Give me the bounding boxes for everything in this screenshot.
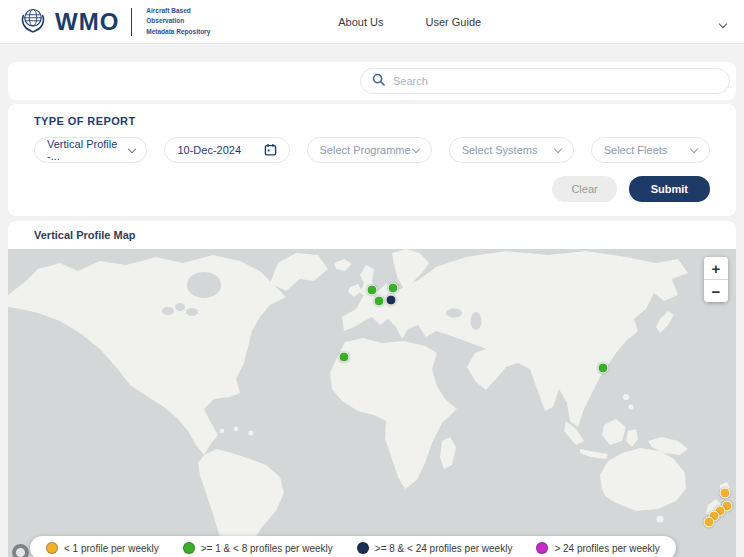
wmo-brand[interactable]: WMO Aircraft Based Observation Metadata … <box>18 5 210 39</box>
chevron-down-icon <box>553 144 561 152</box>
report-type-value: Vertical Profile -... <box>47 138 129 162</box>
filters-row: Vertical Profile -... 10-Dec-2024 Select… <box>34 137 710 163</box>
map-attribution-icon[interactable] <box>12 544 29 557</box>
map-legend: < 1 profile per weekly >= 1 & < 8 profil… <box>30 536 676 557</box>
clear-button[interactable]: Clear <box>552 176 616 202</box>
legend-item-lt1: < 1 profile per weekly <box>46 542 159 554</box>
legend-label: >= 1 & < 8 profiles per weekly <box>201 543 333 554</box>
chevron-down-icon <box>411 144 419 152</box>
zoom-in-button[interactable]: + <box>704 257 728 279</box>
brand-subtitle-line2: Observation <box>146 16 210 26</box>
programme-placeholder: Select Programme <box>320 144 411 156</box>
legend-dot-magenta <box>536 542 548 554</box>
programme-dropdown[interactable]: Select Programme <box>307 137 432 163</box>
map-markers-layer <box>8 249 736 557</box>
fleets-placeholder: Select Fleets <box>604 144 668 156</box>
filter-actions: Clear Submit <box>34 176 710 202</box>
main-nav: About Us User Guide <box>338 16 481 28</box>
header-chevron-down-icon[interactable] <box>720 13 726 31</box>
map-marker[interactable] <box>720 488 731 499</box>
fleets-dropdown[interactable]: Select Fleets <box>591 137 710 163</box>
brand-subtitle-line3: Metadata Repository <box>146 27 210 37</box>
brand-acronym: WMO <box>55 8 119 36</box>
app-header: WMO Aircraft Based Observation Metadata … <box>0 0 744 44</box>
systems-dropdown[interactable]: Select Systems <box>449 137 574 163</box>
date-value: 10-Dec-2024 <box>177 144 241 156</box>
search-input[interactable] <box>393 75 718 87</box>
brand-subtitle: Aircraft Based Observation Metadata Repo… <box>146 6 210 36</box>
wmo-emblem-icon <box>18 5 48 39</box>
map-marker[interactable] <box>704 517 715 528</box>
map-marker[interactable] <box>339 352 350 363</box>
legend-dot-navy <box>357 542 369 554</box>
systems-placeholder: Select Systems <box>462 144 538 156</box>
legend-dot-yellow <box>46 542 58 554</box>
search-icon <box>372 72 385 90</box>
nav-about-us[interactable]: About Us <box>338 16 383 28</box>
date-picker[interactable]: 10-Dec-2024 <box>164 137 289 163</box>
nav-user-guide[interactable]: User Guide <box>426 16 482 28</box>
submit-button[interactable]: Submit <box>629 176 710 202</box>
legend-item-8to24: >= 8 & < 24 profiles per weekly <box>357 542 513 554</box>
report-type-dropdown[interactable]: Vertical Profile -... <box>34 137 147 163</box>
map-card: Vertical Profile Map <box>8 221 736 557</box>
search-box[interactable] <box>360 68 730 94</box>
map-marker[interactable] <box>374 296 385 307</box>
map-title: Vertical Profile Map <box>8 229 736 249</box>
zoom-out-button[interactable]: − <box>704 280 728 302</box>
map-marker[interactable] <box>386 295 397 306</box>
legend-dot-green <box>183 542 195 554</box>
calendar-icon <box>264 143 277 158</box>
chevron-down-icon <box>690 144 698 152</box>
map-zoom-control: + − <box>704 257 728 302</box>
map-marker[interactable] <box>598 363 609 374</box>
legend-item-1to8: >= 1 & < 8 profiles per weekly <box>183 542 333 554</box>
map-marker[interactable] <box>388 283 399 294</box>
legend-label: > 24 profiles per weekly <box>554 543 659 554</box>
legend-label: < 1 profile per weekly <box>64 543 159 554</box>
legend-item-gt24: > 24 profiles per weekly <box>536 542 659 554</box>
brand-divider <box>131 8 132 36</box>
page-content: TYPE OF REPORT Vertical Profile -... 10-… <box>0 44 744 557</box>
filters-card: TYPE OF REPORT Vertical Profile -... 10-… <box>8 104 736 216</box>
legend-label: >= 8 & < 24 profiles per weekly <box>375 543 513 554</box>
filters-title: TYPE OF REPORT <box>34 115 710 127</box>
map-marker[interactable] <box>367 285 378 296</box>
brand-subtitle-line1: Aircraft Based <box>146 6 210 16</box>
world-map[interactable]: + − < 1 profile per weekly >= 1 & < 8 pr… <box>8 249 736 557</box>
search-card <box>8 62 736 100</box>
